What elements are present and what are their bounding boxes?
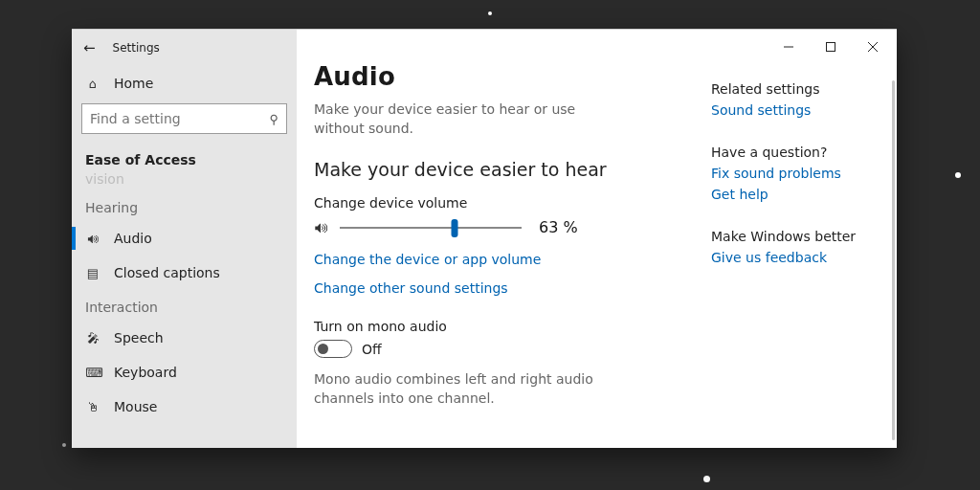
bg-dot [488,11,492,15]
better-heading: Make Windows better [711,229,893,244]
keyboard-icon: ⌨ [85,366,100,380]
question-heading: Have a question? [711,145,893,160]
right-column: Related settings Sound settings Have a q… [705,30,897,448]
link-get-help[interactable]: Get help [711,187,893,202]
sidebar-item-label: Keyboard [114,365,177,380]
search-field[interactable] [90,111,269,126]
related-heading: Related settings [711,81,893,97]
sidebar-item-audio[interactable]: 🔊︎ Audio [72,221,297,256]
sidebar-item-home[interactable]: ⌂ Home [72,66,297,100]
link-fix-sound[interactable]: Fix sound problems [711,166,893,181]
sidebar-item-label: Home [114,76,153,91]
bg-dot [703,476,710,482]
link-other-sound-settings[interactable]: Change other sound settings [314,280,705,296]
sidebar-item-label: Mouse [114,399,157,414]
sidebar-item-label: Speech [114,330,164,345]
back-icon[interactable]: ← [83,39,96,56]
volume-row: 🔊︎ 63 % [314,218,705,236]
link-feedback[interactable]: Give us feedback [711,250,893,265]
mouse-icon: 🖱︎ [85,400,100,414]
search-input[interactable]: ⚲ [81,103,287,134]
cc-icon: ▤ [85,266,100,280]
mono-toggle-row: Off [314,340,705,358]
search-icon: ⚲ [269,112,278,126]
mono-label: Turn on mono audio [314,319,705,334]
mono-description: Mono audio combines left and right audio… [314,369,630,409]
volume-label: Change device volume [314,195,705,211]
titlebar: ← Settings [72,30,297,66]
group-interaction: Interaction [72,290,297,321]
page-title: Audio [314,62,705,91]
sidebar-partial-item: vision [72,171,297,190]
group-hearing: Hearing [72,190,297,221]
cutoff-text [314,428,705,435]
scrollbar[interactable] [892,80,895,440]
link-change-device-app-volume[interactable]: Change the device or app volume [314,252,705,267]
volume-value: 63 % [539,218,578,236]
bg-dot [62,443,66,447]
page-subtitle: Make your device easier to hear or use w… [314,100,611,138]
home-icon: ⌂ [85,77,100,91]
sidebar-item-closed-captions[interactable]: ▤ Closed captions [72,256,297,290]
mono-toggle[interactable] [314,340,352,358]
volume-slider-thumb[interactable] [451,219,457,237]
section-heading-hear: Make your device easier to hear [314,159,705,180]
sidebar-item-label: Audio [114,231,152,246]
sidebar: ← Settings ⌂ Home ⚲ Ease of Access visio… [72,30,297,448]
content-area: Audio Make your device easier to hear or… [297,30,897,448]
window-title: Settings [113,41,160,55]
speaker-icon: 🔊︎ [85,232,100,246]
toggle-knob [318,344,328,354]
volume-icon: 🔊︎ [314,219,328,236]
sidebar-item-mouse[interactable]: 🖱︎ Mouse [72,390,297,424]
link-sound-settings[interactable]: Sound settings [711,102,893,118]
mono-toggle-state: Off [362,342,382,357]
main-panel: Audio Make your device easier to hear or… [297,30,705,448]
category-heading: Ease of Access [72,143,297,173]
sidebar-item-keyboard[interactable]: ⌨ Keyboard [72,355,297,390]
settings-window: ← Settings ⌂ Home ⚲ Ease of Access visio… [72,29,897,448]
bg-dot [955,172,961,178]
sidebar-item-label: Closed captions [114,265,220,280]
sidebar-item-speech[interactable]: 🎤︎ Speech [72,321,297,355]
mic-icon: 🎤︎ [85,331,100,345]
volume-slider[interactable] [340,227,522,229]
